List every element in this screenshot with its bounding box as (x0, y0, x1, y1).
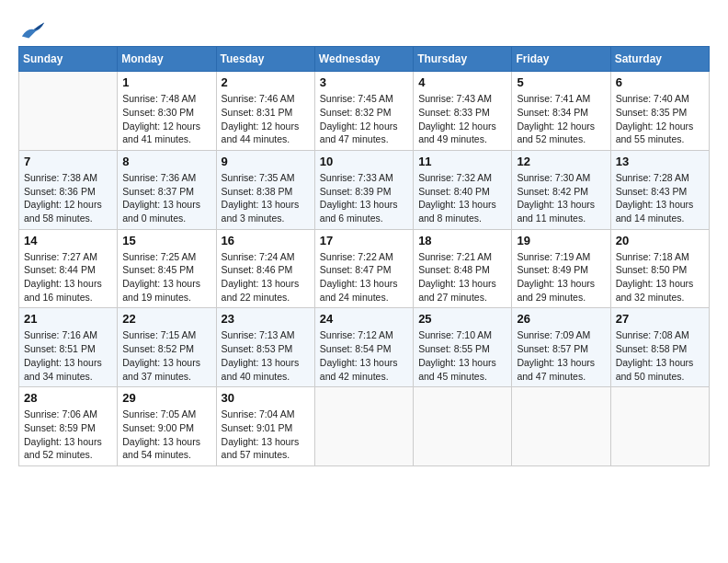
weekday-header: Friday (512, 47, 610, 72)
day-number: 15 (122, 234, 210, 247)
day-number: 24 (320, 312, 408, 326)
calendar-cell: 1Sunrise: 7:48 AM Sunset: 8:30 PM Daylig… (118, 72, 216, 151)
calendar-cell: 12Sunrise: 7:30 AM Sunset: 8:42 PM Dayli… (512, 150, 610, 229)
day-number: 30 (222, 391, 310, 405)
day-number: 23 (222, 312, 310, 326)
calendar-cell: 29Sunrise: 7:05 AM Sunset: 9:00 PM Dayli… (118, 387, 216, 466)
day-number: 22 (122, 312, 210, 326)
day-info: Sunrise: 7:10 AM Sunset: 8:55 PM Dayligh… (418, 328, 506, 383)
calendar-cell: 30Sunrise: 7:04 AM Sunset: 9:01 PM Dayli… (216, 387, 314, 466)
calendar-cell: 23Sunrise: 7:13 AM Sunset: 8:53 PM Dayli… (216, 308, 314, 387)
day-info: Sunrise: 7:05 AM Sunset: 9:00 PM Dayligh… (122, 408, 210, 462)
day-info: Sunrise: 7:18 AM Sunset: 8:50 PM Dayligh… (616, 250, 704, 304)
day-number: 29 (122, 391, 210, 405)
calendar-cell: 17Sunrise: 7:22 AM Sunset: 8:47 PM Dayli… (314, 229, 413, 308)
day-number: 19 (517, 234, 605, 247)
day-number: 27 (616, 312, 704, 326)
calendar-cell (414, 387, 512, 466)
calendar-cell: 25Sunrise: 7:10 AM Sunset: 8:55 PM Dayli… (414, 308, 512, 387)
calendar-week-row: 1Sunrise: 7:48 AM Sunset: 8:30 PM Daylig… (19, 72, 710, 151)
day-number: 17 (320, 234, 408, 247)
day-info: Sunrise: 7:09 AM Sunset: 8:57 PM Dayligh… (517, 328, 605, 383)
calendar-cell: 6Sunrise: 7:40 AM Sunset: 8:35 PM Daylig… (610, 72, 709, 151)
day-info: Sunrise: 7:30 AM Sunset: 8:42 PM Dayligh… (517, 171, 605, 225)
calendar-cell: 7Sunrise: 7:38 AM Sunset: 8:36 PM Daylig… (19, 150, 118, 229)
weekday-header: Wednesday (314, 47, 413, 72)
day-info: Sunrise: 7:46 AM Sunset: 8:31 PM Dayligh… (222, 92, 310, 146)
day-number: 5 (517, 75, 605, 89)
day-info: Sunrise: 7:38 AM Sunset: 8:36 PM Dayligh… (24, 171, 112, 225)
calendar-cell: 13Sunrise: 7:28 AM Sunset: 8:43 PM Dayli… (610, 150, 709, 229)
calendar-cell: 24Sunrise: 7:12 AM Sunset: 8:54 PM Dayli… (314, 308, 413, 387)
calendar-cell: 28Sunrise: 7:06 AM Sunset: 8:59 PM Dayli… (19, 387, 118, 466)
day-number: 21 (24, 312, 112, 326)
logo-text (18, 18, 46, 40)
weekday-header: Saturday (610, 47, 709, 72)
day-info: Sunrise: 7:45 AM Sunset: 8:32 PM Dayligh… (320, 92, 408, 146)
day-info: Sunrise: 7:27 AM Sunset: 8:44 PM Dayligh… (24, 250, 112, 304)
day-number: 25 (418, 312, 506, 326)
calendar-cell (314, 387, 413, 466)
calendar-cell: 4Sunrise: 7:43 AM Sunset: 8:33 PM Daylig… (414, 72, 512, 151)
calendar-cell: 19Sunrise: 7:19 AM Sunset: 8:49 PM Dayli… (512, 229, 610, 308)
day-number: 26 (517, 312, 605, 326)
calendar-cell: 15Sunrise: 7:25 AM Sunset: 8:45 PM Dayli… (118, 229, 216, 308)
weekday-header: Tuesday (216, 47, 314, 72)
calendar-cell: 21Sunrise: 7:16 AM Sunset: 8:51 PM Dayli… (19, 308, 118, 387)
day-info: Sunrise: 7:21 AM Sunset: 8:48 PM Dayligh… (418, 250, 506, 304)
day-number: 2 (222, 75, 310, 89)
day-info: Sunrise: 7:36 AM Sunset: 8:37 PM Dayligh… (122, 171, 210, 225)
day-number: 9 (222, 155, 310, 168)
calendar-cell: 10Sunrise: 7:33 AM Sunset: 8:39 PM Dayli… (314, 150, 413, 229)
day-number: 1 (122, 75, 210, 89)
day-number: 12 (517, 155, 605, 168)
day-info: Sunrise: 7:24 AM Sunset: 8:46 PM Dayligh… (222, 250, 310, 304)
day-info: Sunrise: 7:33 AM Sunset: 8:39 PM Dayligh… (320, 171, 408, 225)
day-number: 7 (24, 155, 112, 168)
calendar-table: SundayMondayTuesdayWednesdayThursdayFrid… (18, 46, 710, 466)
calendar-cell (19, 72, 118, 151)
day-info: Sunrise: 7:13 AM Sunset: 8:53 PM Dayligh… (222, 328, 310, 383)
weekday-header: Thursday (414, 47, 512, 72)
day-info: Sunrise: 7:16 AM Sunset: 8:51 PM Dayligh… (24, 328, 112, 383)
calendar-cell: 27Sunrise: 7:08 AM Sunset: 8:58 PM Dayli… (610, 308, 709, 387)
weekday-header: Sunday (19, 47, 118, 72)
day-info: Sunrise: 7:19 AM Sunset: 8:49 PM Dayligh… (517, 250, 605, 304)
day-number: 4 (418, 75, 506, 89)
calendar-cell: 16Sunrise: 7:24 AM Sunset: 8:46 PM Dayli… (216, 229, 314, 308)
page-header (18, 18, 710, 37)
calendar-cell: 9Sunrise: 7:35 AM Sunset: 8:38 PM Daylig… (216, 150, 314, 229)
calendar-cell: 3Sunrise: 7:45 AM Sunset: 8:32 PM Daylig… (314, 72, 413, 151)
calendar-cell: 2Sunrise: 7:46 AM Sunset: 8:31 PM Daylig… (216, 72, 314, 151)
calendar-cell: 22Sunrise: 7:15 AM Sunset: 8:52 PM Dayli… (118, 308, 216, 387)
day-number: 8 (122, 155, 210, 168)
day-info: Sunrise: 7:25 AM Sunset: 8:45 PM Dayligh… (122, 250, 210, 304)
day-number: 11 (418, 155, 506, 168)
calendar-week-row: 21Sunrise: 7:16 AM Sunset: 8:51 PM Dayli… (19, 308, 710, 387)
day-number: 3 (320, 75, 408, 89)
day-number: 6 (616, 75, 704, 89)
day-info: Sunrise: 7:32 AM Sunset: 8:40 PM Dayligh… (418, 171, 506, 225)
day-info: Sunrise: 7:28 AM Sunset: 8:43 PM Dayligh… (616, 171, 704, 225)
day-number: 18 (418, 234, 506, 247)
day-info: Sunrise: 7:40 AM Sunset: 8:35 PM Dayligh… (616, 92, 704, 146)
day-info: Sunrise: 7:41 AM Sunset: 8:34 PM Dayligh… (517, 92, 605, 146)
calendar-cell: 26Sunrise: 7:09 AM Sunset: 8:57 PM Dayli… (512, 308, 610, 387)
day-info: Sunrise: 7:35 AM Sunset: 8:38 PM Dayligh… (222, 171, 310, 225)
day-info: Sunrise: 7:15 AM Sunset: 8:52 PM Dayligh… (122, 328, 210, 383)
calendar-cell (610, 387, 709, 466)
day-info: Sunrise: 7:48 AM Sunset: 8:30 PM Dayligh… (122, 92, 210, 146)
day-info: Sunrise: 7:43 AM Sunset: 8:33 PM Dayligh… (418, 92, 506, 146)
calendar-week-row: 14Sunrise: 7:27 AM Sunset: 8:44 PM Dayli… (19, 229, 710, 308)
day-number: 14 (24, 234, 112, 247)
logo (18, 18, 46, 37)
calendar-cell: 14Sunrise: 7:27 AM Sunset: 8:44 PM Dayli… (19, 229, 118, 308)
day-info: Sunrise: 7:04 AM Sunset: 9:01 PM Dayligh… (222, 408, 310, 462)
day-number: 28 (24, 391, 112, 405)
day-number: 16 (222, 234, 310, 247)
day-info: Sunrise: 7:06 AM Sunset: 8:59 PM Dayligh… (24, 408, 112, 462)
day-number: 10 (320, 155, 408, 168)
calendar-week-row: 7Sunrise: 7:38 AM Sunset: 8:36 PM Daylig… (19, 150, 710, 229)
day-number: 20 (616, 234, 704, 247)
day-info: Sunrise: 7:22 AM Sunset: 8:47 PM Dayligh… (320, 250, 408, 304)
